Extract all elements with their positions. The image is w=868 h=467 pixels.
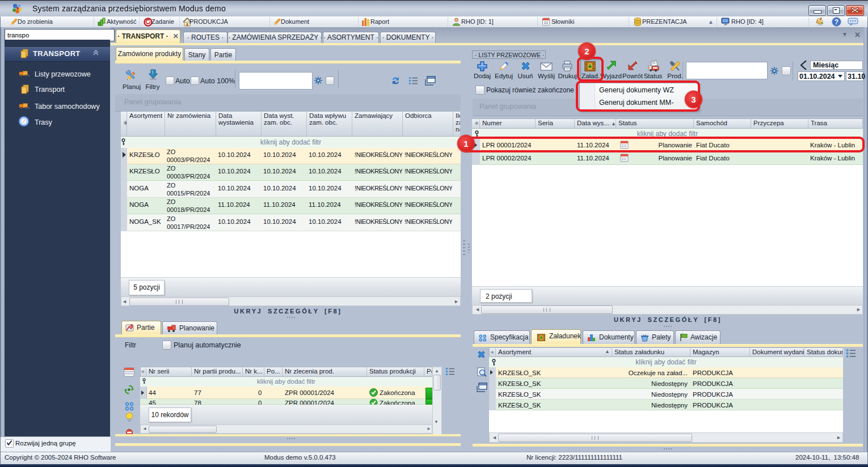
svg-text:?: ? — [835, 18, 838, 26]
